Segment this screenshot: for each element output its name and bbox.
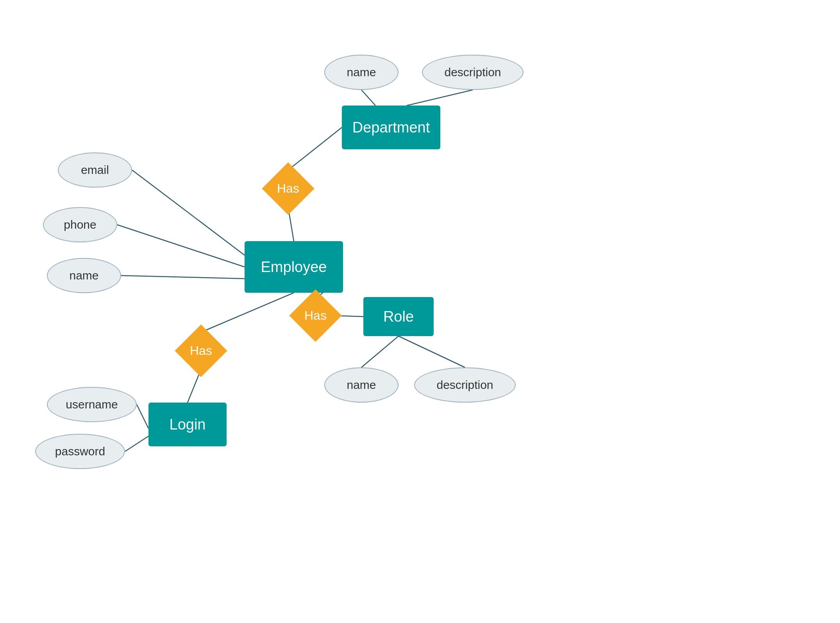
login-entity: Login bbox=[148, 403, 227, 446]
role-name-attribute: name bbox=[324, 367, 399, 403]
password-attribute: password bbox=[35, 434, 125, 469]
svg-line-1 bbox=[117, 225, 245, 267]
svg-line-14 bbox=[399, 336, 465, 367]
svg-line-6 bbox=[407, 90, 473, 106]
phone-attribute: phone bbox=[43, 207, 117, 242]
svg-line-9 bbox=[137, 405, 148, 428]
email-attribute: email bbox=[58, 152, 132, 188]
role-description-attribute: description bbox=[414, 367, 516, 403]
svg-line-2 bbox=[121, 276, 245, 279]
username-attribute: username bbox=[47, 387, 137, 422]
department-entity: Department bbox=[342, 106, 440, 149]
svg-line-0 bbox=[132, 170, 245, 255]
dept-name-attribute: name bbox=[324, 55, 399, 90]
emp-name-attribute: name bbox=[47, 258, 121, 293]
svg-line-4 bbox=[288, 127, 342, 170]
svg-line-13 bbox=[361, 336, 399, 367]
dept-description-attribute: description bbox=[422, 55, 524, 90]
svg-line-5 bbox=[361, 90, 375, 106]
role-entity: Role bbox=[363, 297, 434, 336]
employee-entity: Employee bbox=[245, 241, 343, 293]
svg-line-10 bbox=[125, 436, 148, 451]
svg-line-7 bbox=[201, 293, 294, 332]
